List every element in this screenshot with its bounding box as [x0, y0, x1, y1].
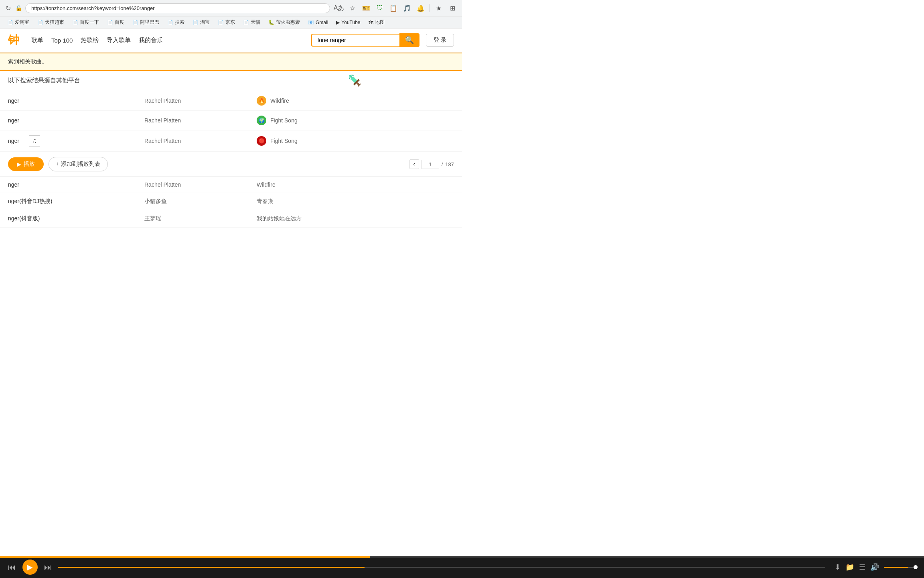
song-title: nger	[8, 181, 144, 188]
result-row[interactable]: nger Rachel Platten 🌍 Fight Song	[0, 111, 462, 130]
song-album: 青春期	[257, 198, 454, 205]
bookmark-icon: 📄	[72, 20, 78, 25]
svg-rect-4	[352, 75, 354, 77]
bookmark-icon: 📄	[37, 20, 43, 25]
top-results: nger Rachel Platten 🔥 Wildfire nger Rach…	[0, 91, 462, 152]
bookmark-jd[interactable]: 📄 京东	[215, 18, 238, 27]
bookmark-baidu2[interactable]: 📄 百度	[104, 18, 128, 27]
add-to-playlist-button[interactable]: + 添加到播放列表	[49, 157, 108, 171]
platform-icon-qq: 🔥	[257, 96, 266, 106]
banner-text: 索到相关歌曲。	[8, 58, 47, 65]
bottom-results: nger Rachel Platten Wildfire nger(抖音DJ热搜…	[0, 177, 462, 228]
url-bar[interactable]: https://tonzhon.com/search?keyword=lone%…	[25, 3, 330, 13]
bookmarks-bar: 📄 爱淘宝 📄 天猫超市 📄 百度一下 📄 百度 📄 阿里巴巴 📄 搜索 📄 淘…	[0, 16, 462, 28]
song-title: nger(抖音DJ热搜)	[8, 198, 144, 205]
bookmark-gmail[interactable]: 📧 Gmail	[305, 18, 331, 26]
star-icon[interactable]: ★	[433, 2, 444, 14]
svg-rect-3	[349, 78, 351, 80]
nav-bar: 歌单 Top 100 热歌榜 导入歌单 我的音乐	[31, 35, 163, 46]
extension2-icon[interactable]: 🎵	[401, 2, 413, 14]
music-note-icon: ♫	[29, 135, 40, 147]
section-header: 以下搜索结果源自其他平台	[0, 71, 462, 91]
bookmark-search[interactable]: 📄 搜索	[164, 18, 188, 27]
app-logo[interactable]: 钟	[8, 33, 19, 48]
play-circle-icon: ▶	[17, 161, 21, 167]
bookmark-firefly[interactable]: 🐛 萤火虫惠聚	[265, 18, 303, 27]
lock-icon: 🔒	[15, 5, 22, 11]
extension1-icon[interactable]: 📋	[388, 2, 399, 14]
bookmark-icon: 🗺	[369, 20, 373, 25]
song-title: nger	[8, 98, 144, 104]
result-row[interactable]: nger Rachel Platten Wildfire	[0, 177, 462, 193]
refresh-button[interactable]: ↻	[4, 4, 12, 12]
result-row[interactable]: nger ♫ Rachel Platten 🔴 Fight Song	[0, 130, 462, 152]
bookmark-tmall2[interactable]: 📄 天猫	[240, 18, 263, 27]
nav-top100[interactable]: Top 100	[51, 35, 73, 45]
pagination: ‹ / 187	[409, 159, 454, 169]
browser-icons: Aあ ☆ 🎫 🛡 📋 🎵 🔔 ★ ⊞	[333, 2, 458, 14]
song-artist: 王梦瑶	[144, 215, 257, 222]
page-total: 187	[445, 161, 454, 167]
song-artist: 小猫多鱼	[144, 198, 257, 205]
bookmark-icon: 📄	[107, 20, 113, 25]
play-controls-bar: ▶ 播放 + 添加到播放列表 ‹ / 187	[0, 152, 462, 177]
bookmark-icon: 📄	[243, 20, 249, 25]
section-title: 以下搜索结果源自其他平台	[8, 77, 80, 83]
platform-icon-kugou: 🌍	[257, 116, 266, 125]
bell-icon[interactable]: 🔔	[415, 2, 426, 14]
song-artist: Rachel Platten	[144, 117, 257, 124]
app-header: 钟 歌单 Top 100 热歌榜 导入歌单 我的音乐 🔍 登 录	[0, 28, 462, 53]
platform-icon-netease: 🔴	[257, 136, 266, 146]
login-button[interactable]: 登 录	[426, 34, 454, 47]
shield-icon[interactable]: 🛡	[374, 2, 385, 14]
search-button[interactable]: 🔍	[399, 33, 419, 47]
page-separator: /	[442, 161, 443, 167]
no-results-banner: 索到相关歌曲。	[0, 53, 462, 71]
favorites-icon[interactable]: ☆	[347, 2, 358, 14]
song-title: nger(抖音版)	[8, 215, 144, 222]
song-artist: Rachel Platten	[144, 181, 257, 188]
bookmark-alibaba[interactable]: 📄 阿里巴巴	[129, 18, 162, 27]
bookmark-youtube[interactable]: ▶ YouTube	[333, 18, 363, 26]
sword-cursor-icon	[347, 73, 362, 89]
page-number-input[interactable]	[421, 160, 439, 169]
prev-page-button[interactable]: ‹	[409, 159, 419, 169]
song-artist: Rachel Platten	[144, 138, 257, 144]
bookmark-icon: 📄	[218, 20, 224, 25]
bookmark-icon: ▶	[336, 20, 340, 25]
song-title: nger	[8, 117, 144, 124]
bookmark-icon: 📧	[308, 20, 314, 25]
result-row[interactable]: nger Rachel Platten 🔥 Wildfire	[0, 91, 462, 111]
result-row[interactable]: nger(抖音版) 王梦瑶 我的姑娘她在远方	[0, 210, 462, 228]
nav-gesingle[interactable]: 歌单	[31, 35, 43, 46]
search-area: 🔍 登 录	[311, 33, 454, 47]
nav-import[interactable]: 导入歌单	[107, 35, 131, 46]
song-album: Wildfire	[257, 181, 454, 188]
bookmark-map[interactable]: 🗺 地图	[365, 18, 388, 27]
search-input[interactable]	[311, 34, 399, 47]
url-text: https://tonzhon.com/search?keyword=lone%…	[31, 5, 155, 11]
nav-hotchart[interactable]: 热歌榜	[81, 35, 99, 46]
collections-icon[interactable]: ⊞	[447, 2, 458, 14]
translate-icon[interactable]: Aあ	[333, 2, 344, 14]
bookmark-icon: 🐛	[268, 20, 274, 25]
bookmark-aitaobao[interactable]: 📄 爱淘宝	[4, 18, 32, 27]
song-title: nger ♫	[8, 135, 144, 147]
bookmark-icon: 📄	[7, 20, 13, 25]
play-button[interactable]: ▶ 播放	[8, 157, 44, 171]
bookmark-icon: 📄	[167, 20, 173, 25]
song-artist: Rachel Platten	[144, 98, 257, 104]
bookmark-taobao[interactable]: 📄 淘宝	[189, 18, 213, 27]
divider	[430, 4, 430, 12]
result-row[interactable]: nger(抖音DJ热搜) 小猫多鱼 青春期	[0, 193, 462, 210]
song-album: 🌍 Fight Song	[257, 116, 454, 125]
bookmark-icon: 📄	[192, 20, 199, 25]
nav-mymusic[interactable]: 我的音乐	[139, 35, 163, 46]
bookmark-icon: 📄	[132, 20, 138, 25]
song-album: 我的姑娘她在远方	[257, 215, 454, 222]
bookmark-tmall[interactable]: 📄 天猫超市	[34, 18, 67, 27]
song-album: 🔴 Fight Song	[257, 136, 454, 146]
coupon-icon[interactable]: 🎫	[361, 2, 372, 14]
bookmark-baidu1[interactable]: 📄 百度一下	[69, 18, 102, 27]
song-album: 🔥 Wildfire	[257, 96, 454, 106]
